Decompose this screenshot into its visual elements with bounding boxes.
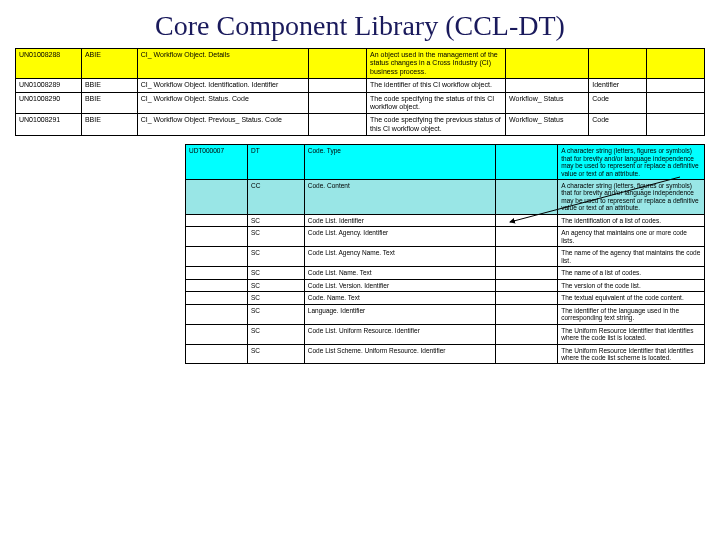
cell-desc: The code specifying the status of this C… bbox=[367, 92, 506, 114]
cell-type: ABIE bbox=[81, 49, 137, 79]
cell-id: UN01008289 bbox=[16, 79, 82, 92]
cell-gap bbox=[496, 279, 558, 291]
cell-id bbox=[186, 324, 248, 344]
table-row: UN01008288ABIECI_ Workflow Object. Detai… bbox=[16, 49, 705, 79]
cell-rep bbox=[506, 79, 589, 92]
cell-name: Code List. Agency Name. Text bbox=[304, 247, 496, 267]
table-row: SCCode List. IdentifierThe identificatio… bbox=[186, 214, 705, 226]
cell-desc: The code specifying the previous status … bbox=[367, 114, 506, 136]
cell-id bbox=[186, 267, 248, 279]
cell-gap bbox=[309, 114, 367, 136]
cell-desc: An agency that maintains one or more cod… bbox=[558, 227, 705, 247]
cell-desc: The name of a list of codes. bbox=[558, 267, 705, 279]
cell-name: Code. Type bbox=[304, 145, 496, 180]
cell-id bbox=[186, 279, 248, 291]
cell-id bbox=[186, 344, 248, 364]
cell-name: Code List. Agency. Identifier bbox=[304, 227, 496, 247]
cell-last bbox=[647, 79, 705, 92]
cell-name: Code List. Identifier bbox=[304, 214, 496, 226]
table-row: SCCode List. Agency Name. TextThe name o… bbox=[186, 247, 705, 267]
cell-gap bbox=[496, 344, 558, 364]
cell-last bbox=[647, 49, 705, 79]
table-row: SCLanguage. IdentifierThe identifier of … bbox=[186, 304, 705, 324]
cell-type: BBIE bbox=[81, 114, 137, 136]
table-row: SCCode List Scheme. Uniform Resource. Id… bbox=[186, 344, 705, 364]
table-row: SCCode List. Name. TextThe name of a lis… bbox=[186, 267, 705, 279]
table-row: SCCode. Name. TextThe textual equivalent… bbox=[186, 292, 705, 304]
cell-name: CI_ Workflow Object. Identification. Ide… bbox=[137, 79, 308, 92]
cell-name: CI_ Workflow Object. Previous_ Status. C… bbox=[137, 114, 308, 136]
cell-rep bbox=[506, 49, 589, 79]
cell-desc: The identifier of this CI workflow objec… bbox=[367, 79, 506, 92]
cell-last bbox=[647, 92, 705, 114]
cell-type: SC bbox=[247, 344, 304, 364]
cell-desc: The textual equivalent of the code conte… bbox=[558, 292, 705, 304]
cell-gap bbox=[496, 180, 558, 215]
table-row: UDT000007DTCode. TypeA character string … bbox=[186, 145, 705, 180]
cell-id bbox=[186, 292, 248, 304]
cell-desc: The Uniform Resource Identifier that ide… bbox=[558, 344, 705, 364]
cell-name: Code List. Version. Identifier bbox=[304, 279, 496, 291]
cell-id: UN01008290 bbox=[16, 92, 82, 114]
table-row: SCCode List. Agency. IdentifierAn agency… bbox=[186, 227, 705, 247]
table-row: CCCode. ContentA character string (lette… bbox=[186, 180, 705, 215]
cell-gap bbox=[496, 292, 558, 304]
cell-id: UDT000007 bbox=[186, 145, 248, 180]
page-title: Core Component Library (CCL-DT) bbox=[0, 0, 720, 48]
cell-name: Code List. Name. Text bbox=[304, 267, 496, 279]
cell-type: CC bbox=[247, 180, 304, 215]
cell-type: SC bbox=[247, 247, 304, 267]
table-row: UN01008289BBIECI_ Workflow Object. Ident… bbox=[16, 79, 705, 92]
cell-name: Code. Name. Text bbox=[304, 292, 496, 304]
cell-name: Code. Content bbox=[304, 180, 496, 215]
cell-type: SC bbox=[247, 324, 304, 344]
cell-name: CI_ Workflow Object. Details bbox=[137, 49, 308, 79]
cell-gap bbox=[496, 324, 558, 344]
cell-gap bbox=[496, 214, 558, 226]
table-row: SCCode List. Uniform Resource. Identifie… bbox=[186, 324, 705, 344]
cell-name: Language. Identifier bbox=[304, 304, 496, 324]
cell-gap bbox=[496, 227, 558, 247]
cell-type: SC bbox=[247, 267, 304, 279]
table-row: UN01008290BBIECI_ Workflow Object. Statu… bbox=[16, 92, 705, 114]
cell-desc: A character string (letters, figures or … bbox=[558, 180, 705, 215]
cell-id: UN01008291 bbox=[16, 114, 82, 136]
cell-last bbox=[647, 114, 705, 136]
cell-gap bbox=[309, 49, 367, 79]
cell-gap bbox=[309, 79, 367, 92]
cell-gap bbox=[496, 304, 558, 324]
cell-rep: Workflow_ Status bbox=[506, 114, 589, 136]
cell-gap bbox=[496, 247, 558, 267]
cell-gap bbox=[496, 267, 558, 279]
cell-dt: Code bbox=[589, 114, 647, 136]
bottom-table: UDT000007DTCode. TypeA character string … bbox=[185, 144, 705, 364]
cell-rep: Workflow_ Status bbox=[506, 92, 589, 114]
cell-type: SC bbox=[247, 214, 304, 226]
cell-id bbox=[186, 180, 248, 215]
cell-type: SC bbox=[247, 292, 304, 304]
cell-id bbox=[186, 247, 248, 267]
cell-type: SC bbox=[247, 279, 304, 291]
cell-gap bbox=[309, 92, 367, 114]
cell-name: CI_ Workflow Object. Status. Code bbox=[137, 92, 308, 114]
cell-desc: The identification of a list of codes. bbox=[558, 214, 705, 226]
cell-type: SC bbox=[247, 227, 304, 247]
cell-desc: The name of the agency that maintains th… bbox=[558, 247, 705, 267]
cell-type: SC bbox=[247, 304, 304, 324]
cell-name: Code List. Uniform Resource. Identifier bbox=[304, 324, 496, 344]
cell-dt: Code bbox=[589, 92, 647, 114]
table-row: UN01008291BBIECI_ Workflow Object. Previ… bbox=[16, 114, 705, 136]
cell-desc: The Uniform Resource Identifier that ide… bbox=[558, 324, 705, 344]
table-row: SCCode List. Version. IdentifierThe vers… bbox=[186, 279, 705, 291]
cell-id: UN01008288 bbox=[16, 49, 82, 79]
cell-desc: The version of the code list. bbox=[558, 279, 705, 291]
cell-gap bbox=[496, 145, 558, 180]
cell-desc: The identifier of the language used in t… bbox=[558, 304, 705, 324]
cell-desc: An object used in the management of the … bbox=[367, 49, 506, 79]
cell-desc: A character string (letters, figures or … bbox=[558, 145, 705, 180]
cell-id bbox=[186, 214, 248, 226]
cell-type: BBIE bbox=[81, 79, 137, 92]
cell-dt: Identifier bbox=[589, 79, 647, 92]
cell-dt bbox=[589, 49, 647, 79]
top-table: UN01008288ABIECI_ Workflow Object. Detai… bbox=[15, 48, 705, 136]
